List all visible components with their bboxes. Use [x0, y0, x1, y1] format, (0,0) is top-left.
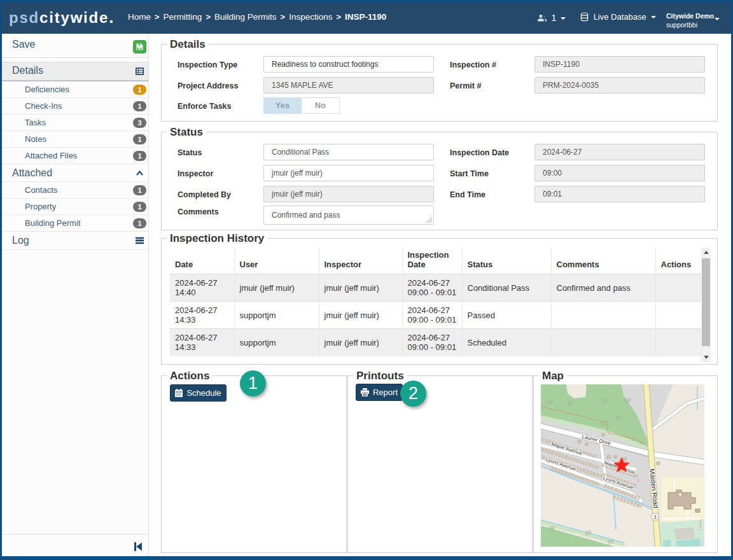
svg-text:3: 3	[653, 514, 657, 520]
